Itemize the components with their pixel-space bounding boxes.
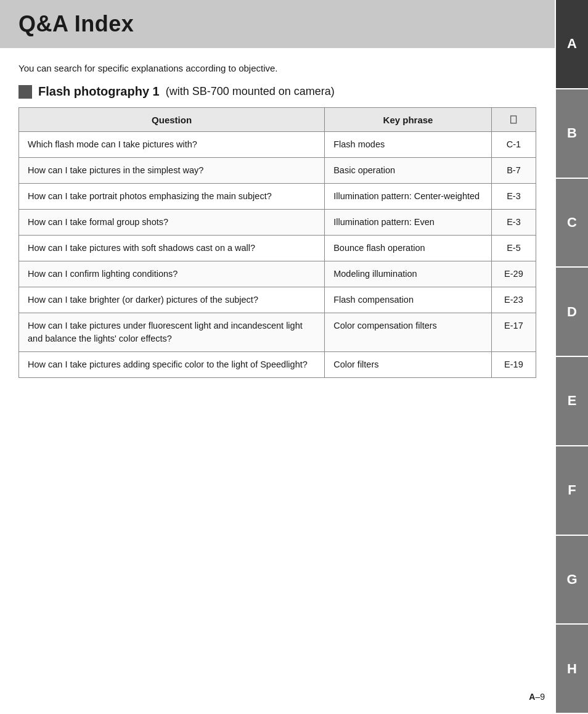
question-cell: How can I take pictures with soft shadow… <box>19 236 325 261</box>
side-tab-f[interactable]: F <box>556 446 588 536</box>
book-icon: ⎕ <box>510 114 517 125</box>
page-cell: E-19 <box>491 352 536 378</box>
section-icon <box>18 85 32 99</box>
keyphrase-cell: Bounce flash operation <box>325 236 492 261</box>
side-tab-g[interactable]: G <box>556 536 588 625</box>
page-cell: E-5 <box>491 236 536 261</box>
side-tabs: ABCDEFGH <box>556 0 588 714</box>
keyphrase-cell: Flash modes <box>325 132 492 158</box>
table-row: How can I take pictures adding specific … <box>19 352 536 378</box>
side-tab-d[interactable]: D <box>556 268 588 357</box>
page-cell: E-17 <box>491 313 536 352</box>
keyphrase-cell: Basic operation <box>325 158 492 184</box>
title-bar: Q&A Index <box>0 0 555 48</box>
keyphrase-cell: Color filters <box>325 352 492 378</box>
question-cell: Which flash mode can I take pictures wit… <box>19 132 325 158</box>
intro-text: You can search for specific explanations… <box>0 63 555 73</box>
page-cell: E-29 <box>491 261 536 287</box>
side-tab-b[interactable]: B <box>556 89 588 179</box>
keyphrase-cell: Modeling illumination <box>325 261 492 287</box>
section-title-bold: Flash photography 1 <box>38 84 160 99</box>
question-cell: How can I take formal group shots? <box>19 210 325 236</box>
page-cell: B-7 <box>491 158 536 184</box>
table-row: How can I take brighter (or darker) pict… <box>19 287 536 313</box>
side-tab-e[interactable]: E <box>556 357 588 446</box>
table-row: How can I confirm lighting conditions?Mo… <box>19 261 536 287</box>
page-wrapper: Q&A Index You can search for specific ex… <box>0 0 588 714</box>
question-cell: How can I take brighter (or darker) pict… <box>19 287 325 313</box>
page-cell: C-1 <box>491 132 536 158</box>
keyphrase-cell: Illumination pattern: Even <box>325 210 492 236</box>
side-tab-a[interactable]: A <box>556 0 588 89</box>
question-cell: How can I take pictures under fluorescen… <box>19 313 325 352</box>
question-cell: How can I take portrait photos emphasizi… <box>19 184 325 210</box>
question-cell: How can I take pictures adding specific … <box>19 352 325 378</box>
side-tab-h[interactable]: H <box>556 625 588 714</box>
header-page: ⎕ <box>491 108 536 132</box>
qa-table: Question Key phrase ⎕ Which flash mode c… <box>18 107 536 378</box>
question-cell: How can I confirm lighting conditions? <box>19 261 325 287</box>
question-cell: How can I take pictures in the simplest … <box>19 158 325 184</box>
page-number-letter: A <box>529 692 535 702</box>
table-row: How can I take pictures under fluorescen… <box>19 313 536 352</box>
section-header: Flash photography 1 (with SB-700 mounted… <box>0 84 555 99</box>
page-number-num: 9 <box>540 692 545 702</box>
table-row: How can I take pictures with soft shadow… <box>19 236 536 261</box>
page-number: A–9 <box>529 692 545 702</box>
table-row: How can I take formal group shots?Illumi… <box>19 210 536 236</box>
page-title: Q&A Index <box>18 11 134 36</box>
keyphrase-cell: Illumination pattern: Center-weighted <box>325 184 492 210</box>
page-cell: E-3 <box>491 184 536 210</box>
section-title-normal: (with SB-700 mounted on camera) <box>166 85 335 98</box>
page-cell: E-3 <box>491 210 536 236</box>
table-row: How can I take pictures in the simplest … <box>19 158 536 184</box>
keyphrase-cell: Color compensation filters <box>325 313 492 352</box>
main-content: Q&A Index You can search for specific ex… <box>0 0 555 714</box>
keyphrase-cell: Flash compensation <box>325 287 492 313</box>
side-tab-c[interactable]: C <box>556 179 588 268</box>
table-row: How can I take portrait photos emphasizi… <box>19 184 536 210</box>
table-row: Which flash mode can I take pictures wit… <box>19 132 536 158</box>
header-keyphrase: Key phrase <box>325 108 492 132</box>
page-cell: E-23 <box>491 287 536 313</box>
header-question: Question <box>19 108 325 132</box>
